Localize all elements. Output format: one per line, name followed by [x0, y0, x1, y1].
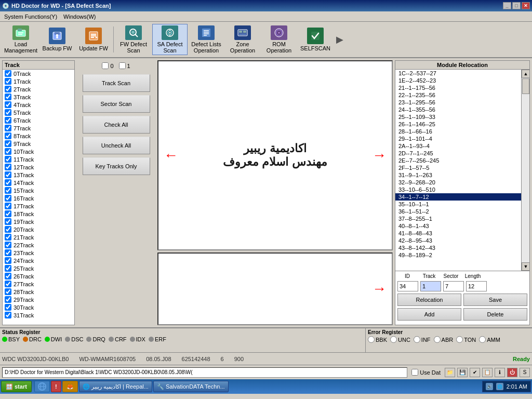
toolbar-icon-btn-4[interactable]: 📋 — [482, 368, 493, 377]
track-item[interactable]: 15Track — [3, 187, 74, 194]
track-checkbox[interactable] — [5, 218, 11, 225]
module-list-item[interactable]: 23--1--295--56 — [395, 99, 521, 106]
track-checkbox[interactable] — [5, 132, 11, 139]
error-radio[interactable] — [368, 336, 375, 343]
track-item[interactable]: 0Track — [3, 70, 74, 77]
track-item[interactable]: 27Track — [3, 280, 74, 288]
error-radio[interactable] — [434, 336, 441, 343]
module-list-item[interactable]: 29--1--101--4 — [395, 135, 521, 142]
taskbar-item-salvation[interactable]: 🔧 SalvationDATA Techn... — [153, 381, 229, 392]
module-list-item[interactable]: 36--1--51--2 — [395, 208, 521, 215]
module-list-item[interactable]: 25--1--109--33 — [395, 113, 521, 121]
track-item[interactable]: 12Track — [3, 163, 74, 171]
module-list-item[interactable]: 31--9--1--263 — [395, 171, 521, 179]
module-list-item[interactable]: 2D--7--1--245 — [395, 150, 521, 157]
maximize-button[interactable]: □ — [512, 2, 521, 9]
track-checkbox[interactable] — [5, 234, 11, 241]
toolbar-load-management[interactable]: Load Management — [3, 24, 38, 55]
module-list-item[interactable]: 41--8--48--43 — [395, 230, 521, 237]
track-checkbox[interactable] — [5, 140, 11, 147]
track-checkbox[interactable] — [5, 94, 11, 100]
track-checkbox[interactable] — [5, 203, 11, 209]
toolbar-icon-btn-5[interactable]: ℹ — [495, 368, 505, 377]
scroll-thumb[interactable] — [522, 78, 529, 94]
module-list-item[interactable]: 2E--7--256--245 — [395, 157, 521, 164]
track-item[interactable]: 11Track — [3, 155, 74, 163]
toolbar-sa-defect-scan[interactable]: SA Defect Scan — [152, 24, 188, 55]
scroll-up-button[interactable]: ▲ — [522, 70, 529, 78]
module-list-item[interactable]: 42--8--95--43 — [395, 237, 521, 244]
checkbox-0-label[interactable]: 0 — [102, 62, 113, 69]
module-list-item[interactable]: 37--8--255--1 — [395, 215, 521, 222]
module-list-item[interactable]: 1E--2--452--23 — [395, 77, 521, 84]
error-radio[interactable] — [414, 336, 420, 343]
error-radio[interactable] — [479, 336, 486, 343]
track-checkbox[interactable] — [5, 148, 11, 155]
module-list-item[interactable]: 26--1--146--25 — [395, 121, 521, 128]
toolbar-zone-operation[interactable]: Zone Operation — [225, 24, 260, 55]
track-item[interactable]: 29Track — [3, 296, 74, 303]
toolbar-icon-btn-6[interactable]: ⏻ — [507, 368, 517, 377]
track-checkbox[interactable] — [5, 86, 11, 92]
track-checkbox[interactable] — [5, 179, 11, 186]
track-checkbox[interactable] — [5, 117, 11, 124]
toolbar-icon-btn-7[interactable]: S — [520, 368, 530, 377]
track-scan-button[interactable]: Track Scan — [83, 74, 150, 92]
security-icon[interactable]: ! — [51, 381, 61, 392]
track-item[interactable]: 18Track — [3, 210, 74, 218]
module-list-item[interactable]: 43--8--142--43 — [395, 244, 521, 251]
track-checkbox[interactable] — [5, 164, 11, 170]
tray-icon-2[interactable]: 🌐 — [496, 383, 503, 390]
track-checkbox[interactable] — [5, 249, 11, 256]
sector-scan-button[interactable]: Sector Scan — [83, 95, 150, 113]
length-input[interactable] — [466, 281, 487, 291]
firefox-icon[interactable]: 🦊 — [62, 381, 78, 392]
toolbar-backup-fw[interactable]: Backup FW — [39, 24, 75, 55]
track-item[interactable]: 6Track — [3, 116, 74, 124]
track-checkbox[interactable] — [5, 257, 11, 264]
track-item[interactable]: 3Track — [3, 93, 74, 101]
track-item[interactable]: 1Track — [3, 77, 74, 85]
module-list-item[interactable]: 49--8--189--2 — [395, 251, 521, 259]
checkbox-0[interactable] — [102, 62, 109, 69]
save-button[interactable]: Save — [463, 294, 527, 306]
toolbar-icon-btn-1[interactable]: 📁 — [445, 368, 455, 377]
start-button[interactable]: 🪟 start — [1, 381, 32, 392]
track-checkbox[interactable] — [5, 187, 11, 194]
track-checkbox[interactable] — [5, 304, 11, 311]
checkbox-1[interactable] — [119, 62, 126, 69]
track-item[interactable]: 19Track — [3, 218, 74, 225]
track-item[interactable]: 20Track — [3, 225, 74, 233]
track-item[interactable]: 17Track — [3, 202, 74, 210]
track-checkbox[interactable] — [5, 125, 11, 131]
track-checkbox[interactable] — [5, 288, 11, 295]
track-item[interactable]: 26Track — [3, 272, 74, 280]
track-checkbox[interactable] — [5, 78, 11, 85]
track-item[interactable]: 4Track — [3, 101, 74, 109]
scroll-down-button[interactable]: ▼ — [522, 262, 529, 271]
add-button[interactable]: Add — [397, 308, 461, 321]
toolbar-update-fw[interactable]: Update FW — [76, 24, 111, 55]
module-scrollbar[interactable]: ▲ ▼ — [521, 70, 529, 271]
menu-windows[interactable]: Windows(W) — [60, 12, 99, 21]
module-list-item[interactable]: 1C--2--537--27 — [395, 70, 521, 77]
menu-system-functions[interactable]: System Functions(Y) — [1, 12, 60, 21]
track-item[interactable]: 14Track — [3, 179, 74, 187]
track-item[interactable]: 24Track — [3, 257, 74, 264]
track-item[interactable]: 23Track — [3, 249, 74, 257]
use-dat-checkbox[interactable] — [411, 369, 418, 376]
track-item[interactable]: 28Track — [3, 288, 74, 296]
track-checkbox[interactable] — [5, 281, 11, 287]
track-item[interactable]: 16Track — [3, 194, 74, 202]
track-item[interactable]: 9Track — [3, 140, 74, 148]
track-item[interactable]: 22Track — [3, 241, 74, 249]
tray-icon-1[interactable]: 🔊 — [486, 383, 493, 390]
toolbar-icon-btn-3[interactable]: ✔ — [470, 368, 480, 377]
sector-input[interactable] — [443, 281, 464, 291]
minimize-button[interactable]: _ — [503, 2, 511, 9]
track-item[interactable]: 8Track — [3, 132, 74, 140]
track-checkbox[interactable] — [5, 195, 11, 202]
ie-icon[interactable] — [34, 381, 50, 392]
track-input[interactable] — [420, 281, 441, 291]
check-all-button[interactable]: Check All — [83, 116, 150, 134]
